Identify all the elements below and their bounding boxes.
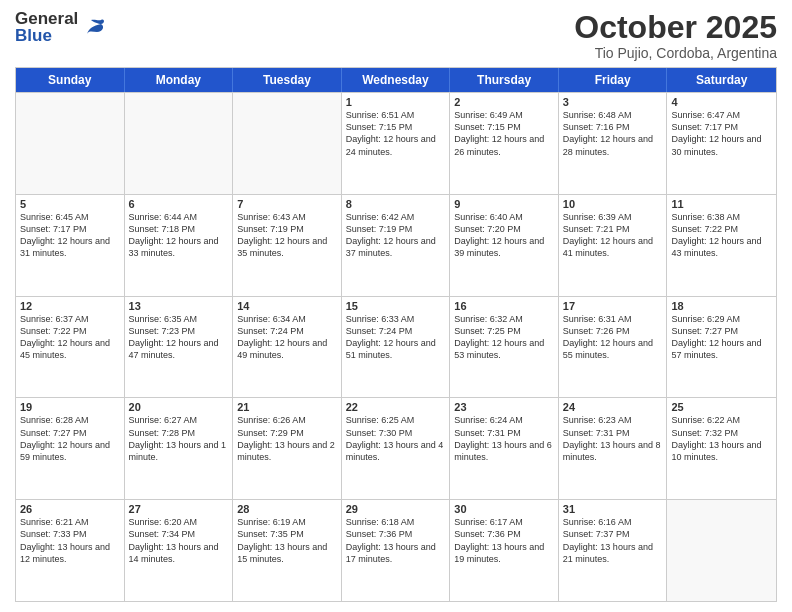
calendar-cell: 30Sunrise: 6:17 AM Sunset: 7:36 PM Dayli…: [450, 500, 559, 601]
month-title: October 2025: [574, 10, 777, 45]
calendar-cell: 29Sunrise: 6:18 AM Sunset: 7:36 PM Dayli…: [342, 500, 451, 601]
calendar-cell: 8Sunrise: 6:42 AM Sunset: 7:19 PM Daylig…: [342, 195, 451, 296]
calendar-cell: 13Sunrise: 6:35 AM Sunset: 7:23 PM Dayli…: [125, 297, 234, 398]
day-number: 23: [454, 401, 554, 413]
cell-info: Sunrise: 6:34 AM Sunset: 7:24 PM Dayligh…: [237, 313, 337, 362]
day-number: 14: [237, 300, 337, 312]
day-number: 20: [129, 401, 229, 413]
page: General Blue October 2025 Tio Pujio, Cor…: [0, 0, 792, 612]
calendar-header-day: Friday: [559, 68, 668, 92]
cell-info: Sunrise: 6:16 AM Sunset: 7:37 PM Dayligh…: [563, 516, 663, 565]
cell-info: Sunrise: 6:26 AM Sunset: 7:29 PM Dayligh…: [237, 414, 337, 463]
location: Tio Pujio, Cordoba, Argentina: [574, 45, 777, 61]
calendar-cell: 24Sunrise: 6:23 AM Sunset: 7:31 PM Dayli…: [559, 398, 668, 499]
title-section: October 2025 Tio Pujio, Cordoba, Argenti…: [574, 10, 777, 61]
calendar-cell: [125, 93, 234, 194]
cell-info: Sunrise: 6:51 AM Sunset: 7:15 PM Dayligh…: [346, 109, 446, 158]
calendar-cell: 22Sunrise: 6:25 AM Sunset: 7:30 PM Dayli…: [342, 398, 451, 499]
cell-info: Sunrise: 6:27 AM Sunset: 7:28 PM Dayligh…: [129, 414, 229, 463]
day-number: 26: [20, 503, 120, 515]
day-number: 21: [237, 401, 337, 413]
cell-info: Sunrise: 6:19 AM Sunset: 7:35 PM Dayligh…: [237, 516, 337, 565]
day-number: 31: [563, 503, 663, 515]
calendar-cell: 15Sunrise: 6:33 AM Sunset: 7:24 PM Dayli…: [342, 297, 451, 398]
day-number: 1: [346, 96, 446, 108]
day-number: 7: [237, 198, 337, 210]
calendar-header-day: Tuesday: [233, 68, 342, 92]
cell-info: Sunrise: 6:20 AM Sunset: 7:34 PM Dayligh…: [129, 516, 229, 565]
day-number: 16: [454, 300, 554, 312]
calendar-cell: [233, 93, 342, 194]
calendar-cell: [16, 93, 125, 194]
calendar-cell: 18Sunrise: 6:29 AM Sunset: 7:27 PM Dayli…: [667, 297, 776, 398]
calendar-cell: 2Sunrise: 6:49 AM Sunset: 7:15 PM Daylig…: [450, 93, 559, 194]
day-number: 8: [346, 198, 446, 210]
calendar-header-day: Monday: [125, 68, 234, 92]
calendar-header-day: Saturday: [667, 68, 776, 92]
cell-info: Sunrise: 6:38 AM Sunset: 7:22 PM Dayligh…: [671, 211, 772, 260]
calendar-cell: 25Sunrise: 6:22 AM Sunset: 7:32 PM Dayli…: [667, 398, 776, 499]
cell-info: Sunrise: 6:40 AM Sunset: 7:20 PM Dayligh…: [454, 211, 554, 260]
day-number: 12: [20, 300, 120, 312]
cell-info: Sunrise: 6:23 AM Sunset: 7:31 PM Dayligh…: [563, 414, 663, 463]
cell-info: Sunrise: 6:31 AM Sunset: 7:26 PM Dayligh…: [563, 313, 663, 362]
day-number: 19: [20, 401, 120, 413]
calendar-cell: 14Sunrise: 6:34 AM Sunset: 7:24 PM Dayli…: [233, 297, 342, 398]
calendar-header-day: Wednesday: [342, 68, 451, 92]
calendar-cell: 1Sunrise: 6:51 AM Sunset: 7:15 PM Daylig…: [342, 93, 451, 194]
calendar-header-day: Thursday: [450, 68, 559, 92]
day-number: 22: [346, 401, 446, 413]
cell-info: Sunrise: 6:28 AM Sunset: 7:27 PM Dayligh…: [20, 414, 120, 463]
calendar-cell: 19Sunrise: 6:28 AM Sunset: 7:27 PM Dayli…: [16, 398, 125, 499]
day-number: 18: [671, 300, 772, 312]
calendar-cell: 7Sunrise: 6:43 AM Sunset: 7:19 PM Daylig…: [233, 195, 342, 296]
cell-info: Sunrise: 6:22 AM Sunset: 7:32 PM Dayligh…: [671, 414, 772, 463]
cell-info: Sunrise: 6:18 AM Sunset: 7:36 PM Dayligh…: [346, 516, 446, 565]
calendar-cell: 9Sunrise: 6:40 AM Sunset: 7:20 PM Daylig…: [450, 195, 559, 296]
cell-info: Sunrise: 6:47 AM Sunset: 7:17 PM Dayligh…: [671, 109, 772, 158]
calendar-cell: 17Sunrise: 6:31 AM Sunset: 7:26 PM Dayli…: [559, 297, 668, 398]
day-number: 9: [454, 198, 554, 210]
calendar-cell: 5Sunrise: 6:45 AM Sunset: 7:17 PM Daylig…: [16, 195, 125, 296]
day-number: 30: [454, 503, 554, 515]
calendar-header-day: Sunday: [16, 68, 125, 92]
calendar-cell: 6Sunrise: 6:44 AM Sunset: 7:18 PM Daylig…: [125, 195, 234, 296]
cell-info: Sunrise: 6:37 AM Sunset: 7:22 PM Dayligh…: [20, 313, 120, 362]
calendar-cell: 31Sunrise: 6:16 AM Sunset: 7:37 PM Dayli…: [559, 500, 668, 601]
calendar-row: 1Sunrise: 6:51 AM Sunset: 7:15 PM Daylig…: [16, 92, 776, 194]
cell-info: Sunrise: 6:48 AM Sunset: 7:16 PM Dayligh…: [563, 109, 663, 158]
calendar-cell: [667, 500, 776, 601]
day-number: 17: [563, 300, 663, 312]
calendar: SundayMondayTuesdayWednesdayThursdayFrid…: [15, 67, 777, 602]
cell-info: Sunrise: 6:29 AM Sunset: 7:27 PM Dayligh…: [671, 313, 772, 362]
day-number: 25: [671, 401, 772, 413]
calendar-cell: 10Sunrise: 6:39 AM Sunset: 7:21 PM Dayli…: [559, 195, 668, 296]
cell-info: Sunrise: 6:25 AM Sunset: 7:30 PM Dayligh…: [346, 414, 446, 463]
logo-general: General: [15, 10, 78, 27]
day-number: 29: [346, 503, 446, 515]
cell-info: Sunrise: 6:44 AM Sunset: 7:18 PM Dayligh…: [129, 211, 229, 260]
day-number: 15: [346, 300, 446, 312]
cell-info: Sunrise: 6:33 AM Sunset: 7:24 PM Dayligh…: [346, 313, 446, 362]
cell-info: Sunrise: 6:17 AM Sunset: 7:36 PM Dayligh…: [454, 516, 554, 565]
calendar-cell: 26Sunrise: 6:21 AM Sunset: 7:33 PM Dayli…: [16, 500, 125, 601]
calendar-cell: 16Sunrise: 6:32 AM Sunset: 7:25 PM Dayli…: [450, 297, 559, 398]
calendar-cell: 12Sunrise: 6:37 AM Sunset: 7:22 PM Dayli…: [16, 297, 125, 398]
day-number: 11: [671, 198, 772, 210]
cell-info: Sunrise: 6:42 AM Sunset: 7:19 PM Dayligh…: [346, 211, 446, 260]
day-number: 13: [129, 300, 229, 312]
day-number: 5: [20, 198, 120, 210]
cell-info: Sunrise: 6:24 AM Sunset: 7:31 PM Dayligh…: [454, 414, 554, 463]
calendar-header: SundayMondayTuesdayWednesdayThursdayFrid…: [16, 68, 776, 92]
cell-info: Sunrise: 6:49 AM Sunset: 7:15 PM Dayligh…: [454, 109, 554, 158]
day-number: 28: [237, 503, 337, 515]
day-number: 2: [454, 96, 554, 108]
day-number: 27: [129, 503, 229, 515]
cell-info: Sunrise: 6:35 AM Sunset: 7:23 PM Dayligh…: [129, 313, 229, 362]
calendar-cell: 20Sunrise: 6:27 AM Sunset: 7:28 PM Dayli…: [125, 398, 234, 499]
calendar-cell: 11Sunrise: 6:38 AM Sunset: 7:22 PM Dayli…: [667, 195, 776, 296]
calendar-row: 26Sunrise: 6:21 AM Sunset: 7:33 PM Dayli…: [16, 499, 776, 601]
cell-info: Sunrise: 6:21 AM Sunset: 7:33 PM Dayligh…: [20, 516, 120, 565]
header: General Blue October 2025 Tio Pujio, Cor…: [15, 10, 777, 61]
calendar-row: 12Sunrise: 6:37 AM Sunset: 7:22 PM Dayli…: [16, 296, 776, 398]
